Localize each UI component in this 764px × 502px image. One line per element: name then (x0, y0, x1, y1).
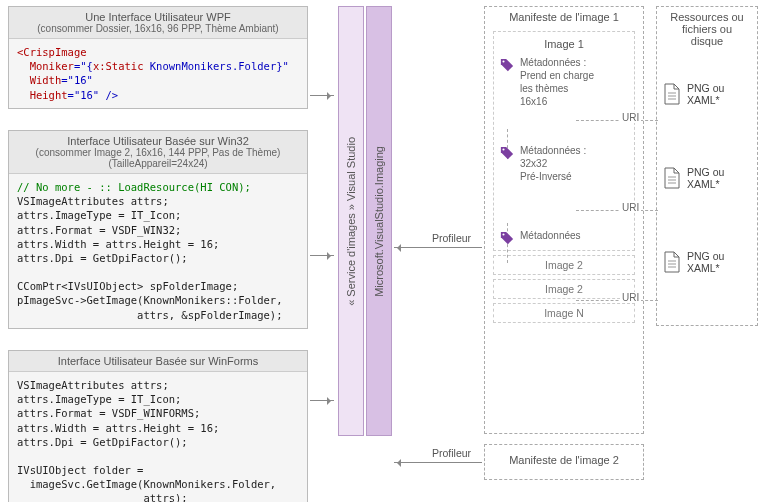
wpf-title: Une Interface Utilisateur WPF (consommer… (9, 7, 307, 39)
image2a-box: Image 2 (493, 255, 635, 275)
resources-box: Ressources ou fichiers ou disque PNG ou … (656, 6, 758, 326)
resource-label: PNG ou XAML* (687, 250, 757, 274)
arrow-profiler-1 (394, 247, 482, 248)
arrow-win32 (310, 255, 334, 256)
win32-subtitle1: (consommer Image 2, 16x16, 144 PPP, Pas … (15, 147, 301, 158)
image1-box: Image 1 Métadonnées : Prend en charge le… (493, 31, 635, 251)
imaging-label: Microsoft.VisualStudio.Imaging (373, 146, 385, 297)
tag-icon (500, 58, 514, 72)
winforms-panel: Interface Utilisateur Basée sur WinForms… (8, 350, 308, 502)
winforms-code: VSImageAttributes attrs; attrs.ImageType… (9, 372, 307, 502)
profiler-label-2: Profileur (432, 447, 471, 459)
meta3: Métadonnées (498, 229, 630, 242)
winforms-title-text: Interface Utilisateur Basée sur WinForms (58, 355, 259, 367)
image-service-bar: « Service d'images » Visual Studio (338, 6, 364, 436)
uri-label-2: URI (620, 202, 641, 213)
wpf-title-text: Une Interface Utilisateur WPF (85, 11, 231, 23)
meta2: Métadonnées : 32x32 Pré-Inversé (498, 144, 630, 183)
wpf-code: <CrispImage Moniker="{x:Static KnownMoni… (9, 39, 307, 108)
wpf-panel: Une Interface Utilisateur WPF (consommer… (8, 6, 308, 109)
resource-label: PNG ou XAML* (687, 166, 757, 190)
resources-title: Ressources ou fichiers ou disque (657, 7, 757, 51)
manifest1-box: Manifeste de l'image 1 Image 1 Métadonné… (484, 6, 644, 434)
profiler-label-1: Profileur (432, 232, 471, 244)
arrow-profiler-2 (394, 462, 482, 463)
uri-label-3: URI (620, 292, 641, 303)
win32-panel: Interface Utilisateur Basée sur Win32 (c… (8, 130, 308, 329)
imageN-box: Image N (493, 303, 635, 323)
uri-line-3 (576, 300, 658, 301)
image2b-box: Image 2 (493, 279, 635, 299)
win32-code: // No more - :: LoadResource(HI CON); VS… (9, 174, 307, 328)
winforms-title: Interface Utilisateur Basée sur WinForms (9, 351, 307, 372)
uri-line-1 (576, 120, 658, 121)
resource-1: PNG ou XAML* (657, 79, 757, 109)
uri-label-1: URI (620, 112, 641, 123)
uri-line-2 (576, 210, 658, 211)
image-service-label: « Service d'images » Visual Studio (345, 137, 357, 306)
manifest2-box: Manifeste de l'image 2 (484, 444, 644, 480)
svg-point-1 (502, 148, 504, 150)
wpf-subtitle: (consommer Dossier, 16x16, 96 PPP, Thème… (15, 23, 301, 34)
arrow-wpf (310, 95, 334, 96)
win32-title: Interface Utilisateur Basée sur Win32 (c… (9, 131, 307, 174)
arrow-winforms (310, 400, 334, 401)
image1-title: Image 1 (498, 36, 630, 52)
resource-3: PNG ou XAML* (657, 247, 757, 277)
manifest1-title: Manifeste de l'image 1 (485, 7, 643, 27)
tag-icon (500, 146, 514, 160)
document-icon (663, 251, 681, 273)
win32-title-text: Interface Utilisateur Basée sur Win32 (67, 135, 249, 147)
resource-2: PNG ou XAML* (657, 163, 757, 193)
meta1: Métadonnées : Prend en charge les thèmes… (498, 56, 630, 108)
svg-point-0 (502, 60, 504, 62)
manifest2-title: Manifeste de l'image 2 (485, 445, 643, 470)
win32-subtitle2: (TailleAppareil=24x24) (15, 158, 301, 169)
svg-point-2 (502, 233, 504, 235)
resource-label: PNG ou XAML* (687, 82, 757, 106)
document-icon (663, 83, 681, 105)
document-icon (663, 167, 681, 189)
imaging-bar: Microsoft.VisualStudio.Imaging (366, 6, 392, 436)
tag-icon (500, 231, 514, 245)
